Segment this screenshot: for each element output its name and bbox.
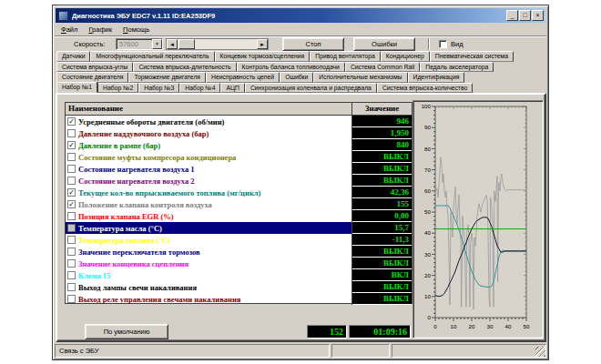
checkbox-icon[interactable] bbox=[439, 40, 447, 48]
unchecked-checkbox-icon[interactable] bbox=[67, 177, 76, 185]
menu-item-1[interactable]: Файл bbox=[56, 24, 83, 35]
unchecked-checkbox-icon[interactable] bbox=[67, 129, 76, 137]
table-row[interactable]: Давление наддувочного воздуха (бар)1,950 bbox=[66, 127, 412, 139]
tab-пневматическая-система[interactable]: Пневматическая система bbox=[430, 51, 514, 62]
table-row[interactable]: Состояние муфты компресора кондиционераВ… bbox=[66, 151, 412, 163]
svg-text:100: 100 bbox=[422, 103, 432, 109]
errors-button[interactable]: Ошибки bbox=[353, 37, 415, 51]
unchecked-checkbox-icon[interactable] bbox=[67, 248, 76, 256]
table-row[interactable]: Позиция клапана EGR (%)0,00 bbox=[66, 210, 412, 222]
tab-набор-№1[interactable]: Набор №1 bbox=[56, 82, 97, 94]
table-row[interactable]: Клема 15ВКЛ bbox=[66, 269, 412, 281]
tab-многофункциональный-переключатель[interactable]: Многофункциональный переключатель bbox=[90, 51, 214, 62]
tab-контроль-баланса-топливоподачи[interactable]: Контроль баланса топливоподачи bbox=[237, 62, 345, 73]
tab-система-common-rail[interactable]: Система Common Rail bbox=[345, 62, 420, 73]
parameter-value: -11,3 bbox=[352, 234, 412, 246]
table-row[interactable]: Температура масла (°C)15,7 bbox=[66, 222, 412, 234]
parameter-name: Состояние нагревателя воздуха 1 bbox=[78, 165, 195, 174]
parameter-name-cell[interactable]: ✓Усредненные обороты двигателя (об/мин) bbox=[66, 116, 352, 127]
speed-combobox[interactable]: 57600 ▼ bbox=[116, 38, 163, 50]
table-row[interactable]: Состояние нагревателя воздуха 2ВЫКЛ bbox=[66, 175, 412, 187]
table-row[interactable]: Значение концевика сцепленияВЫКЛ bbox=[66, 258, 412, 269]
tab-неисправность-цепей[interactable]: Неисправность цепей bbox=[206, 72, 280, 83]
table-row[interactable]: ✓Положение клапана контроля воздуха155 bbox=[66, 198, 412, 210]
scroll-left-icon[interactable]: ◄ bbox=[167, 39, 178, 49]
chevron-down-icon[interactable]: ▼ bbox=[152, 39, 162, 49]
checked-checkbox-icon[interactable]: ✓ bbox=[67, 141, 76, 149]
checked-checkbox-icon[interactable]: ✓ bbox=[67, 188, 76, 197]
tab-исполнительные-механизмы[interactable]: Исполнительные механизмы bbox=[313, 72, 407, 83]
tab-кондиционер[interactable]: Кондиционер bbox=[381, 51, 430, 62]
table-row[interactable]: ✓Текущее кол-во впрыскиваемого топлива (… bbox=[66, 187, 412, 198]
stop-button[interactable]: Стоп bbox=[282, 37, 344, 51]
tab-система-впрыска-количество[interactable]: Система впрыска-количество bbox=[377, 83, 473, 94]
parameter-name-cell[interactable]: Давление наддувочного воздуха (бар) bbox=[66, 127, 352, 139]
unchecked-checkbox-icon[interactable] bbox=[67, 259, 76, 268]
tab-система-впрыска-углы[interactable]: Система впрыска-углы bbox=[56, 62, 133, 73]
parameter-value: ВЫКЛ bbox=[352, 151, 412, 163]
default-button[interactable]: По умолчанию bbox=[85, 324, 168, 339]
tab-педаль-акселератора[interactable]: Педаль акселератора bbox=[420, 62, 494, 73]
tab-идентификация[interactable]: Идентификация bbox=[408, 72, 465, 83]
parameter-name-cell[interactable]: Температура топлива (°C) bbox=[66, 234, 352, 246]
tab-набор-№2[interactable]: Набор №2 bbox=[97, 83, 138, 94]
table-row[interactable]: ✓Усредненные обороты двигателя (об/мин)9… bbox=[66, 116, 412, 127]
unchecked-checkbox-icon[interactable] bbox=[67, 283, 76, 291]
tab-датчики[interactable]: Датчики bbox=[56, 51, 90, 62]
tab-синхронизация-коленвала-и-распредвала[interactable]: Синхронизация коленвала и распредвала bbox=[245, 83, 377, 94]
unchecked-checkbox-icon[interactable] bbox=[67, 271, 76, 279]
tab-набор-№3[interactable]: Набор №3 bbox=[138, 83, 179, 94]
parameter-name-cell[interactable]: Значение концевика сцепления bbox=[66, 258, 352, 269]
parameter-name-cell[interactable]: ✓Положение клапана контроля воздуха bbox=[66, 198, 352, 210]
speed-scrollbar[interactable]: ◄ ► bbox=[166, 38, 269, 50]
parameter-name-cell[interactable]: Выход реле управления свечами накаливани… bbox=[66, 293, 352, 305]
checked-checkbox-icon[interactable]: ✓ bbox=[67, 117, 76, 126]
close-icon[interactable]: × bbox=[532, 10, 544, 21]
table-row[interactable]: Значение переключателя тормозовВЫКЛ bbox=[66, 246, 412, 258]
parameter-name-cell[interactable]: Позиция клапана EGR (%) bbox=[66, 210, 352, 222]
menu-item-3[interactable]: Помощь bbox=[117, 24, 155, 35]
unchecked-checkbox-icon[interactable] bbox=[67, 295, 76, 303]
tab-ацп[interactable]: АЦП bbox=[220, 83, 244, 94]
parameter-name-cell[interactable]: ✓Давление в рампе (бар) bbox=[66, 139, 352, 151]
parameter-name-cell[interactable]: Состояние нагревателя воздуха 1 bbox=[66, 163, 352, 175]
parameter-name: Положение клапана контроля воздуха bbox=[78, 200, 212, 209]
scrollbar-thumb[interactable] bbox=[178, 39, 195, 49]
unchecked-checkbox-icon[interactable] bbox=[67, 165, 76, 173]
resize-grip-icon[interactable] bbox=[535, 347, 545, 357]
tab-привод-вентилятора[interactable]: Привод вентилятора bbox=[310, 51, 380, 62]
svg-text:40: 40 bbox=[505, 323, 512, 329]
parameter-name-cell[interactable]: Состояние муфты компресора кондиционера bbox=[66, 151, 352, 163]
parameter-name-cell[interactable]: Выход лампы свечи накаливания bbox=[66, 281, 352, 293]
menu-item-2[interactable]: График bbox=[83, 24, 117, 35]
unchecked-checkbox-icon[interactable] bbox=[67, 224, 76, 232]
unchecked-checkbox-icon[interactable] bbox=[67, 236, 76, 244]
table-row[interactable]: Температура топлива (°C)-11,3 bbox=[66, 234, 412, 246]
table-row[interactable]: Состояние нагревателя воздуха 1ВЫКЛ bbox=[66, 163, 412, 175]
tab-концевик-тормоза-сцепления[interactable]: Концевик тормоза/сцепления bbox=[215, 51, 311, 62]
scrollbar-track[interactable] bbox=[195, 39, 257, 49]
tab-ошибки[interactable]: Ошибки bbox=[280, 72, 313, 83]
parameter-name: Состояние нагревателя воздуха 2 bbox=[78, 177, 195, 186]
elapsed-time-display: 01:09:16 bbox=[349, 325, 411, 339]
parameter-name-cell[interactable]: Состояние нагревателя воздуха 2 bbox=[66, 175, 352, 187]
tab-торможение-двигателя[interactable]: Торможение двигателя bbox=[128, 72, 206, 83]
checked-checkbox-icon[interactable]: ✓ bbox=[67, 200, 76, 208]
parameter-name-cell[interactable]: ✓Текущее кол-во впрыскиваемого топлива (… bbox=[66, 187, 352, 198]
parameter-name-cell[interactable]: Температура масла (°C) bbox=[66, 222, 352, 234]
table-row[interactable]: Выход реле управления свечами накаливани… bbox=[66, 293, 412, 305]
minimize-icon[interactable]: _ bbox=[506, 10, 518, 21]
scroll-right-icon[interactable]: ► bbox=[257, 39, 268, 49]
tab-система-впрыска-длительность[interactable]: Система впрыска-длительность bbox=[133, 62, 236, 73]
table-row[interactable]: ✓Давление в рампе (бар)840 bbox=[66, 139, 412, 151]
parameter-name: Давление в рампе (бар) bbox=[78, 141, 160, 150]
parameter-name-cell[interactable]: Значение переключателя тормозов bbox=[66, 246, 352, 258]
table-row[interactable]: Выход лампы свечи накаливанияВЫКЛ bbox=[66, 281, 412, 293]
parameter-name-cell[interactable]: Клема 15 bbox=[66, 269, 352, 281]
tab-состояние-двигателя[interactable]: Состояние двигателя bbox=[56, 72, 128, 83]
view-checkbox[interactable]: Вид bbox=[439, 40, 463, 48]
unchecked-checkbox-icon[interactable] bbox=[67, 212, 76, 220]
tab-набор-№4[interactable]: Набор №4 bbox=[179, 83, 220, 94]
maximize-icon[interactable]: □ bbox=[519, 10, 531, 21]
unchecked-checkbox-icon[interactable] bbox=[67, 153, 76, 161]
